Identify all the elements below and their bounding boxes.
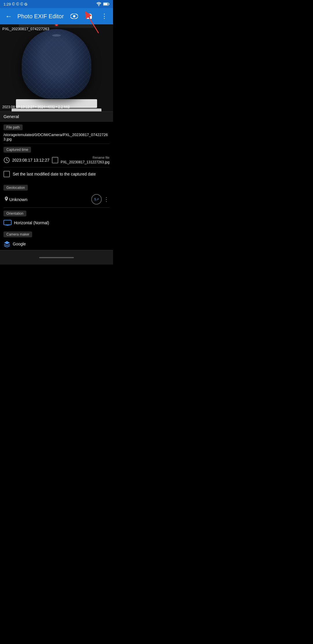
back-button[interactable]: ← (2, 10, 15, 23)
geolocation-circle-button[interactable]: 5↗ (91, 194, 102, 205)
geolocation-group: Geolocation Unknown 5↗ ⋮ (0, 181, 113, 208)
captured-time-group: Captured time 2023:08:17 13:12:27 Rename… (0, 144, 113, 181)
last-modified-label: Set the last modified date to the captur… (13, 172, 96, 176)
orientation-icon (3, 220, 12, 226)
svg-rect-9 (4, 220, 11, 225)
save-button[interactable] (83, 10, 96, 23)
sync-icon-1: © (12, 2, 15, 6)
rename-file-value: PXL_20230817_131227263.jpg (61, 160, 110, 165)
orientation-tag[interactable]: Orientation (3, 211, 26, 216)
clock-icon (3, 157, 10, 163)
geolocation-value: Unknown (9, 197, 91, 202)
camera-maker-row: Google (3, 238, 110, 250)
save-icon (86, 13, 93, 20)
image-meta: 2023:08:17 13:12:27 • 3024×4032 • 2.2 Mi… (2, 105, 70, 109)
captured-time-right: Rename file PXL_20230817_131227263.jpg (52, 155, 110, 165)
captured-time-left: 2023:08:17 13:12:27 (3, 157, 52, 163)
layers-icon (3, 241, 10, 247)
file-path-group: File path /storage/emulated/0/DCIM/Camer… (0, 122, 113, 144)
location-pin-icon (3, 196, 9, 202)
more-options-button[interactable]: ⋮ (98, 10, 111, 23)
geolocation-row: Unknown 5↗ ⋮ (3, 191, 110, 208)
camera-maker-tag[interactable]: Camera maker (3, 231, 32, 237)
wifi-icon (96, 2, 101, 6)
last-modified-row: Set the last modified date to the captur… (3, 167, 110, 181)
bottom-nav (0, 250, 113, 265)
svg-rect-3 (103, 3, 108, 5)
geolocation-circle-label: 5↗ (94, 198, 99, 201)
captured-time-tag[interactable]: Captured time (3, 147, 31, 153)
captured-time-value: 2023:08:17 13:12:27 (12, 158, 49, 162)
app-title: Photo EXIF Editor (17, 13, 65, 20)
status-time: 1:29 (3, 2, 11, 6)
rename-checkbox[interactable] (52, 157, 58, 163)
image-filename: PXL_20230817_074227263 (2, 27, 49, 31)
orientation-group: Orientation Horizontal (Normal) (0, 208, 113, 229)
orientation-row: Horizontal (Normal) (3, 217, 110, 229)
rename-file-label: Rename file (61, 155, 110, 160)
geolocation-actions: 5↗ ⋮ (91, 194, 110, 205)
sync-icon-3: © (20, 2, 23, 6)
battery-icon (103, 2, 110, 6)
eye-button[interactable] (68, 10, 81, 23)
file-path-value: /storage/emulated/0/DCIM/Camera/PXL_2023… (3, 131, 110, 144)
geolocation-more-button[interactable]: ⋮ (103, 196, 110, 203)
svg-rect-2 (109, 3, 109, 5)
nav-indicator (39, 257, 74, 258)
captured-time-row: 2023:08:17 13:12:27 Rename file PXL_2023… (3, 153, 110, 167)
status-bar-left: 1:29 © © © G (3, 2, 27, 6)
last-modified-checkbox[interactable] (3, 171, 10, 177)
top-bar: ← Photo EXIF Editor ⋮ (0, 8, 113, 24)
camera-maker-value: Google (13, 242, 26, 246)
top-bar-actions: ⋮ (68, 10, 111, 23)
camera-maker-group: Camera maker Google (0, 229, 113, 250)
svg-point-0 (99, 6, 99, 6)
sync-icon-2: © (16, 2, 19, 6)
status-bar: 1:29 © © © G (0, 0, 113, 8)
google-icon: G (24, 2, 27, 6)
svg-point-5 (73, 15, 75, 17)
file-path-tag[interactable]: File path (3, 124, 23, 130)
speaker-image (22, 29, 91, 99)
status-bar-right (96, 2, 110, 6)
geolocation-tag[interactable]: Geolocation (3, 185, 28, 191)
eye-icon (70, 14, 78, 19)
orientation-value: Horizontal (Normal) (14, 220, 49, 225)
general-section-label: General (0, 111, 113, 122)
photo-preview: PXL_20230817_074227263 2023:08:17 13:12:… (0, 24, 113, 111)
